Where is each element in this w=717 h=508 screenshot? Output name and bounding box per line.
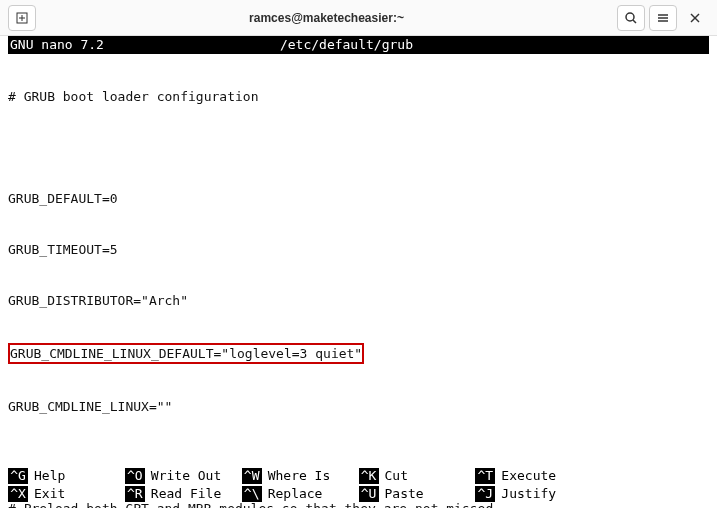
shortcut-whereis[interactable]: ^WWhere Is bbox=[242, 468, 359, 484]
shortcut-paste[interactable]: ^UPaste bbox=[359, 486, 476, 502]
plus-icon bbox=[15, 11, 29, 25]
editor-content[interactable]: # GRUB boot loader configuration GRUB_DE… bbox=[0, 54, 717, 508]
shortcut-cut[interactable]: ^KCut bbox=[359, 468, 476, 484]
key-label: ^U bbox=[359, 486, 379, 502]
shortcut-exit[interactable]: ^XExit bbox=[8, 486, 125, 502]
key-label: ^R bbox=[125, 486, 145, 502]
menu-button[interactable] bbox=[649, 5, 677, 31]
shortcut-writeout[interactable]: ^OWrite Out bbox=[125, 468, 242, 484]
shortcut-justify[interactable]: ^JJustify bbox=[475, 486, 592, 502]
file-line: GRUB_DEFAULT=0 bbox=[8, 190, 709, 207]
file-line: GRUB_TIMEOUT=5 bbox=[8, 241, 709, 258]
shortcut-label: Replace bbox=[268, 486, 323, 502]
file-line: GRUB_DISTRIBUTOR="Arch" bbox=[8, 292, 709, 309]
shortcut-execute[interactable]: ^TExecute bbox=[475, 468, 592, 484]
search-icon bbox=[624, 11, 638, 25]
svg-line-4 bbox=[633, 20, 636, 23]
svg-point-3 bbox=[626, 13, 634, 21]
shortcut-readfile[interactable]: ^RRead File bbox=[125, 486, 242, 502]
nano-app-name: GNU nano 7.2 bbox=[8, 36, 104, 54]
shortcut-label: Help bbox=[34, 468, 65, 484]
file-line: GRUB_CMDLINE_LINUX_DEFAULT="loglevel=3 q… bbox=[8, 343, 709, 364]
hamburger-icon bbox=[656, 11, 670, 25]
key-label: ^O bbox=[125, 468, 145, 484]
key-label: ^G bbox=[8, 468, 28, 484]
shortcut-label: Write Out bbox=[151, 468, 221, 484]
nano-header: GNU nano 7.2 /etc/default/grub bbox=[8, 36, 709, 54]
close-icon bbox=[689, 12, 701, 24]
new-tab-button[interactable] bbox=[8, 5, 36, 31]
key-label: ^\ bbox=[242, 486, 262, 502]
shortcut-label: Paste bbox=[385, 486, 424, 502]
key-label: ^K bbox=[359, 468, 379, 484]
file-line bbox=[8, 449, 709, 466]
nano-header-right bbox=[589, 36, 709, 54]
shortcut-label: Read File bbox=[151, 486, 221, 502]
shortcut-label: Execute bbox=[501, 468, 556, 484]
nano-shortcuts: ^GHelp ^OWrite Out ^WWhere Is ^KCut ^TEx… bbox=[8, 468, 709, 502]
key-label: ^J bbox=[475, 486, 495, 502]
shortcut-help[interactable]: ^GHelp bbox=[8, 468, 125, 484]
shortcut-label: Exit bbox=[34, 486, 65, 502]
file-line bbox=[8, 139, 709, 156]
search-button[interactable] bbox=[617, 5, 645, 31]
shortcut-label: Where Is bbox=[268, 468, 331, 484]
nano-filepath: /etc/default/grub bbox=[104, 36, 589, 54]
window-title: ramces@maketecheasier:~ bbox=[36, 11, 617, 25]
key-label: ^T bbox=[475, 468, 495, 484]
titlebar-left bbox=[8, 5, 36, 31]
shortcut-label: Cut bbox=[385, 468, 408, 484]
close-button[interactable] bbox=[681, 5, 709, 31]
shortcut-label: Justify bbox=[501, 486, 556, 502]
file-line: # GRUB boot loader configuration bbox=[8, 88, 709, 105]
file-line: GRUB_CMDLINE_LINUX="" bbox=[8, 398, 709, 415]
window-titlebar: ramces@maketecheasier:~ bbox=[0, 0, 717, 36]
highlighted-line: GRUB_CMDLINE_LINUX_DEFAULT="loglevel=3 q… bbox=[8, 343, 364, 364]
titlebar-right bbox=[617, 5, 709, 31]
shortcut-replace[interactable]: ^\Replace bbox=[242, 486, 359, 502]
key-label: ^X bbox=[8, 486, 28, 502]
key-label: ^W bbox=[242, 468, 262, 484]
